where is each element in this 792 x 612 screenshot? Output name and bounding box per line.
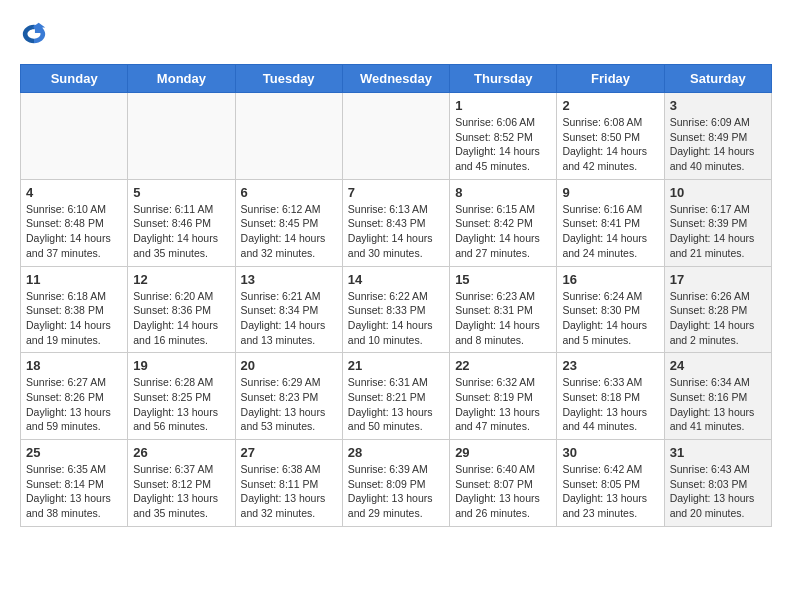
calendar-week-row: 25Sunrise: 6:35 AM Sunset: 8:14 PM Dayli… <box>21 440 772 527</box>
day-number: 24 <box>670 358 766 373</box>
calendar-cell: 23Sunrise: 6:33 AM Sunset: 8:18 PM Dayli… <box>557 353 664 440</box>
calendar-week-row: 11Sunrise: 6:18 AM Sunset: 8:38 PM Dayli… <box>21 266 772 353</box>
day-info: Sunrise: 6:34 AM Sunset: 8:16 PM Dayligh… <box>670 375 766 434</box>
calendar-cell: 27Sunrise: 6:38 AM Sunset: 8:11 PM Dayli… <box>235 440 342 527</box>
day-number: 15 <box>455 272 551 287</box>
day-info: Sunrise: 6:11 AM Sunset: 8:46 PM Dayligh… <box>133 202 229 261</box>
day-number: 12 <box>133 272 229 287</box>
calendar-week-row: 1Sunrise: 6:06 AM Sunset: 8:52 PM Daylig… <box>21 93 772 180</box>
calendar-cell: 9Sunrise: 6:16 AM Sunset: 8:41 PM Daylig… <box>557 179 664 266</box>
calendar-cell: 22Sunrise: 6:32 AM Sunset: 8:19 PM Dayli… <box>450 353 557 440</box>
calendar-cell: 16Sunrise: 6:24 AM Sunset: 8:30 PM Dayli… <box>557 266 664 353</box>
calendar-cell <box>235 93 342 180</box>
day-number: 23 <box>562 358 658 373</box>
day-info: Sunrise: 6:35 AM Sunset: 8:14 PM Dayligh… <box>26 462 122 521</box>
day-info: Sunrise: 6:21 AM Sunset: 8:34 PM Dayligh… <box>241 289 337 348</box>
day-header-saturday: Saturday <box>664 65 771 93</box>
day-number: 7 <box>348 185 444 200</box>
day-info: Sunrise: 6:15 AM Sunset: 8:42 PM Dayligh… <box>455 202 551 261</box>
day-number: 8 <box>455 185 551 200</box>
calendar-week-row: 18Sunrise: 6:27 AM Sunset: 8:26 PM Dayli… <box>21 353 772 440</box>
calendar-cell <box>342 93 449 180</box>
day-header-thursday: Thursday <box>450 65 557 93</box>
day-number: 26 <box>133 445 229 460</box>
day-info: Sunrise: 6:16 AM Sunset: 8:41 PM Dayligh… <box>562 202 658 261</box>
page-header <box>20 20 772 48</box>
day-number: 16 <box>562 272 658 287</box>
calendar-cell: 7Sunrise: 6:13 AM Sunset: 8:43 PM Daylig… <box>342 179 449 266</box>
day-header-sunday: Sunday <box>21 65 128 93</box>
day-header-monday: Monday <box>128 65 235 93</box>
calendar-cell: 12Sunrise: 6:20 AM Sunset: 8:36 PM Dayli… <box>128 266 235 353</box>
day-info: Sunrise: 6:26 AM Sunset: 8:28 PM Dayligh… <box>670 289 766 348</box>
day-number: 27 <box>241 445 337 460</box>
calendar-cell: 29Sunrise: 6:40 AM Sunset: 8:07 PM Dayli… <box>450 440 557 527</box>
day-number: 1 <box>455 98 551 113</box>
day-number: 4 <box>26 185 122 200</box>
calendar-cell: 18Sunrise: 6:27 AM Sunset: 8:26 PM Dayli… <box>21 353 128 440</box>
day-number: 25 <box>26 445 122 460</box>
calendar-cell: 1Sunrise: 6:06 AM Sunset: 8:52 PM Daylig… <box>450 93 557 180</box>
day-info: Sunrise: 6:37 AM Sunset: 8:12 PM Dayligh… <box>133 462 229 521</box>
day-info: Sunrise: 6:31 AM Sunset: 8:21 PM Dayligh… <box>348 375 444 434</box>
calendar-table: SundayMondayTuesdayWednesdayThursdayFrid… <box>20 64 772 527</box>
calendar-header-row: SundayMondayTuesdayWednesdayThursdayFrid… <box>21 65 772 93</box>
day-number: 30 <box>562 445 658 460</box>
day-header-tuesday: Tuesday <box>235 65 342 93</box>
day-info: Sunrise: 6:08 AM Sunset: 8:50 PM Dayligh… <box>562 115 658 174</box>
calendar-cell: 13Sunrise: 6:21 AM Sunset: 8:34 PM Dayli… <box>235 266 342 353</box>
logo-icon <box>20 20 48 48</box>
day-info: Sunrise: 6:24 AM Sunset: 8:30 PM Dayligh… <box>562 289 658 348</box>
calendar-cell: 6Sunrise: 6:12 AM Sunset: 8:45 PM Daylig… <box>235 179 342 266</box>
day-info: Sunrise: 6:10 AM Sunset: 8:48 PM Dayligh… <box>26 202 122 261</box>
calendar-cell: 26Sunrise: 6:37 AM Sunset: 8:12 PM Dayli… <box>128 440 235 527</box>
day-number: 2 <box>562 98 658 113</box>
calendar-cell: 5Sunrise: 6:11 AM Sunset: 8:46 PM Daylig… <box>128 179 235 266</box>
day-number: 9 <box>562 185 658 200</box>
day-number: 5 <box>133 185 229 200</box>
day-number: 14 <box>348 272 444 287</box>
day-info: Sunrise: 6:43 AM Sunset: 8:03 PM Dayligh… <box>670 462 766 521</box>
calendar-cell <box>21 93 128 180</box>
calendar-cell <box>128 93 235 180</box>
calendar-cell: 25Sunrise: 6:35 AM Sunset: 8:14 PM Dayli… <box>21 440 128 527</box>
day-info: Sunrise: 6:29 AM Sunset: 8:23 PM Dayligh… <box>241 375 337 434</box>
calendar-cell: 14Sunrise: 6:22 AM Sunset: 8:33 PM Dayli… <box>342 266 449 353</box>
calendar-cell: 21Sunrise: 6:31 AM Sunset: 8:21 PM Dayli… <box>342 353 449 440</box>
day-number: 3 <box>670 98 766 113</box>
day-number: 19 <box>133 358 229 373</box>
day-info: Sunrise: 6:06 AM Sunset: 8:52 PM Dayligh… <box>455 115 551 174</box>
day-number: 11 <box>26 272 122 287</box>
day-number: 17 <box>670 272 766 287</box>
day-info: Sunrise: 6:18 AM Sunset: 8:38 PM Dayligh… <box>26 289 122 348</box>
day-info: Sunrise: 6:38 AM Sunset: 8:11 PM Dayligh… <box>241 462 337 521</box>
day-info: Sunrise: 6:39 AM Sunset: 8:09 PM Dayligh… <box>348 462 444 521</box>
day-header-wednesday: Wednesday <box>342 65 449 93</box>
day-info: Sunrise: 6:27 AM Sunset: 8:26 PM Dayligh… <box>26 375 122 434</box>
logo <box>20 20 52 48</box>
day-info: Sunrise: 6:40 AM Sunset: 8:07 PM Dayligh… <box>455 462 551 521</box>
calendar-cell: 11Sunrise: 6:18 AM Sunset: 8:38 PM Dayli… <box>21 266 128 353</box>
day-number: 21 <box>348 358 444 373</box>
day-number: 18 <box>26 358 122 373</box>
day-number: 13 <box>241 272 337 287</box>
day-info: Sunrise: 6:32 AM Sunset: 8:19 PM Dayligh… <box>455 375 551 434</box>
calendar-cell: 2Sunrise: 6:08 AM Sunset: 8:50 PM Daylig… <box>557 93 664 180</box>
calendar-cell: 19Sunrise: 6:28 AM Sunset: 8:25 PM Dayli… <box>128 353 235 440</box>
calendar-cell: 30Sunrise: 6:42 AM Sunset: 8:05 PM Dayli… <box>557 440 664 527</box>
day-number: 28 <box>348 445 444 460</box>
day-info: Sunrise: 6:20 AM Sunset: 8:36 PM Dayligh… <box>133 289 229 348</box>
calendar-cell: 31Sunrise: 6:43 AM Sunset: 8:03 PM Dayli… <box>664 440 771 527</box>
day-number: 29 <box>455 445 551 460</box>
day-info: Sunrise: 6:17 AM Sunset: 8:39 PM Dayligh… <box>670 202 766 261</box>
calendar-week-row: 4Sunrise: 6:10 AM Sunset: 8:48 PM Daylig… <box>21 179 772 266</box>
day-number: 20 <box>241 358 337 373</box>
day-header-friday: Friday <box>557 65 664 93</box>
day-info: Sunrise: 6:12 AM Sunset: 8:45 PM Dayligh… <box>241 202 337 261</box>
day-info: Sunrise: 6:42 AM Sunset: 8:05 PM Dayligh… <box>562 462 658 521</box>
calendar-cell: 10Sunrise: 6:17 AM Sunset: 8:39 PM Dayli… <box>664 179 771 266</box>
day-number: 31 <box>670 445 766 460</box>
day-info: Sunrise: 6:13 AM Sunset: 8:43 PM Dayligh… <box>348 202 444 261</box>
day-info: Sunrise: 6:33 AM Sunset: 8:18 PM Dayligh… <box>562 375 658 434</box>
calendar-cell: 20Sunrise: 6:29 AM Sunset: 8:23 PM Dayli… <box>235 353 342 440</box>
